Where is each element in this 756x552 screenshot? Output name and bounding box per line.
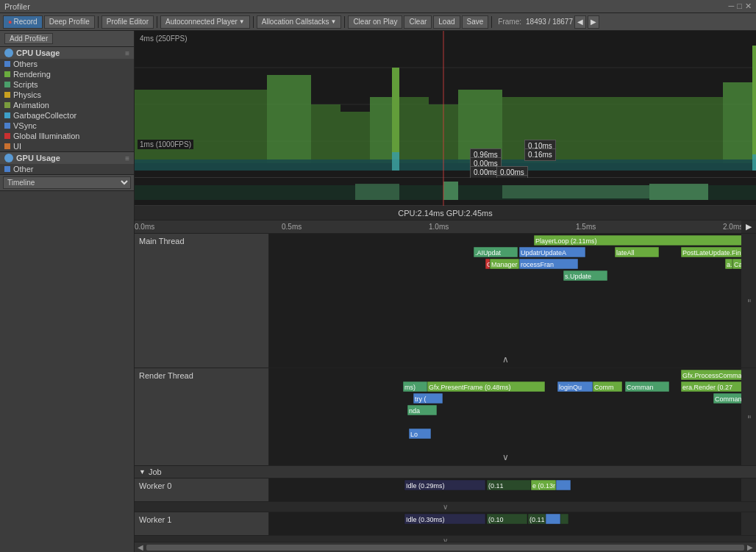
clear-button[interactable]: Clear	[404, 15, 432, 29]
connected-player-button[interactable]: Autoconnected Player ▼	[160, 15, 250, 29]
render-thread-label: Render Thread	[135, 368, 269, 465]
bottom-scrollbar[interactable]: ◀ ▶	[135, 542, 756, 552]
svg-rect-9	[399, 97, 429, 163]
toolbar-sep-2	[157, 16, 157, 28]
svg-text:era.Render (0.27: era.Render (0.27	[682, 384, 732, 391]
cpu-legend: OthersRenderingScriptsPhysicsAnimationGa…	[0, 59, 134, 151]
legend-label: Rendering	[13, 70, 51, 79]
toolbar: ● Record Deep Profile Profile Editor Aut…	[0, 13, 756, 31]
svg-rect-7	[370, 97, 392, 163]
scroll-left-btn[interactable]: ◀	[135, 543, 146, 551]
svg-text:CommandhTextu: CommandhTextu	[715, 395, 741, 403]
cpu-section-title: CPU Usage	[16, 49, 60, 57]
cpu-legend-item: Scripts	[0, 79, 134, 90]
fps-top-label: 4ms (250FPS)	[138, 34, 189, 43]
content-area: 4ms (250FPS) 1ms (1000FPS) 0.10ms 0.16ms…	[135, 31, 756, 552]
save-button[interactable]: Save	[462, 15, 489, 29]
svg-rect-14	[752, 46, 756, 163]
scroll-icon: ≡	[746, 299, 752, 303]
svg-rect-28	[649, 184, 708, 200]
timeline-ruler: 0.0ms 0.5ms 1.0ms 1.5ms 2.0ms ▶	[135, 221, 756, 234]
ruler-tick-0: 0.0ms	[135, 223, 154, 231]
svg-text:nda: nda	[409, 407, 420, 415]
render-thread-scroll[interactable]: ≡	[741, 368, 756, 465]
gpu-section: GPU Usage ≡ Other	[0, 152, 134, 175]
render-thread-content[interactable]: Gfx.ProcessCommands (1.80ms)ms)Gfx.Prese…	[269, 368, 741, 465]
threads-container[interactable]: Main Thread PlayerLoop (2.11ms).AIUpdatU…	[135, 234, 756, 542]
svg-text:ms): ms)	[404, 384, 416, 391]
timing-header: CPU:2.14ms GPU:2.45ms	[135, 206, 756, 221]
cpu-section-header[interactable]: CPU Usage ≡	[0, 47, 134, 59]
svg-rect-21	[752, 154, 756, 171]
main-thread-content[interactable]: PlayerLoop (2.11ms).AIUpdatUpdatrUpdateA…	[269, 234, 741, 368]
scroll-icon-2: ≡	[746, 415, 752, 419]
prev-frame-button[interactable]: ◀	[574, 15, 586, 29]
record-button[interactable]: ● Record	[3, 15, 43, 29]
ruler-tick-1: 0.5ms	[282, 223, 302, 231]
legend-color	[4, 166, 10, 172]
gpu-section-header[interactable]: GPU Usage ≡	[0, 152, 134, 164]
main-thread-collapse[interactable]: ∧	[502, 354, 509, 365]
dropdown-icon-2: ▼	[330, 18, 336, 25]
dropdown-icon: ▼	[239, 18, 245, 25]
minimize-btn[interactable]: ─	[729, 1, 735, 11]
worker-1-svg: Idle (0.30ms)(0.10(0.11(0.05Idle (0.21ms…	[269, 512, 741, 536]
svg-text:Gfx.ProcessCommands (1.80ms): Gfx.ProcessCommands (1.80ms)	[682, 372, 741, 379]
svg-text:Idle (0.29ms): Idle (0.29ms)	[406, 482, 445, 490]
clear-on-play-button[interactable]: Clear on Play	[348, 15, 402, 29]
worker-0-content[interactable]: Idle (0.29ms)(0.11e (0.13r(0.05idle (0.2…	[269, 478, 741, 501]
tooltip-2: 0.16ms	[524, 148, 556, 161]
gpu-legend-item: Other	[0, 164, 134, 174]
ruler-tick-3: 1.5ms	[576, 223, 596, 231]
close-btn[interactable]: ✕	[745, 1, 752, 11]
job-section-header[interactable]: ▼ Job	[135, 466, 756, 478]
svg-text:loginQu: loginQu	[559, 384, 582, 391]
svg-text:PlayerLoop (2.11ms): PlayerLoop (2.11ms)	[535, 237, 597, 245]
svg-rect-27	[502, 185, 649, 198]
profile-editor-button[interactable]: Profile Editor	[101, 15, 154, 29]
legend-label: Scripts	[13, 80, 38, 89]
cpu-legend-item: UI	[0, 141, 134, 151]
load-button[interactable]: Load	[433, 15, 460, 29]
scroll-right-btn[interactable]: ▶	[744, 543, 756, 551]
fps-mid-label: 1ms (1000FPS)	[138, 140, 193, 149]
svg-rect-6	[340, 112, 370, 163]
main-thread-scroll[interactable]: ≡	[741, 234, 756, 368]
gpu-icon	[4, 154, 13, 162]
toolbar-sep-5	[491, 16, 492, 28]
svg-text:Lo: Lo	[410, 431, 418, 438]
toolbar-sep-3	[253, 16, 254, 28]
timeline-select[interactable]: Timeline	[3, 176, 131, 189]
legend-color	[4, 123, 10, 129]
title-bar: Profiler ─ □ ✕	[0, 0, 756, 13]
worker-0-collapse[interactable]: ∨	[135, 502, 756, 512]
worker-1-collapse[interactable]: ∨	[135, 536, 756, 542]
legend-label: GarbageCollector	[13, 111, 76, 120]
svg-rect-13	[723, 82, 752, 163]
svg-text:rocessFran: rocessFran	[521, 261, 554, 268]
cpu-section: CPU Usage ≡ OthersRenderingScriptsPhysic…	[0, 47, 134, 152]
allocation-callstacks-button[interactable]: Allocation Callstacks ▼	[257, 15, 342, 29]
worker-0-label: Worker 0	[135, 478, 269, 501]
add-profiler-button[interactable]: Add Profiler	[4, 33, 53, 44]
ruler-scroll-right[interactable]: ▶	[741, 221, 756, 233]
svg-text:Gfx.PresentFrame (0.48ms): Gfx.PresentFrame (0.48ms)	[429, 384, 511, 391]
cpu-icon	[4, 49, 13, 57]
worker-1-row: Worker 1 Idle (0.30ms)(0.10(0.11(0.05Idl…	[135, 512, 756, 536]
maximize-btn[interactable]: □	[737, 1, 742, 11]
ruler-tick-4: 2.0ms	[723, 223, 743, 231]
legend-label: Global Illumination	[13, 132, 80, 140]
worker-1-content[interactable]: Idle (0.30ms)(0.10(0.11(0.05Idle (0.21ms…	[269, 512, 741, 535]
cpu-chart: 4ms (250FPS) 1ms (1000FPS) 0.10ms 0.16ms…	[135, 31, 756, 178]
timing-text: CPU:2.14ms GPU:2.45ms	[398, 209, 492, 218]
legend-label: UI	[13, 142, 21, 151]
next-frame-button[interactable]: ▶	[588, 15, 599, 29]
render-thread-svg: Gfx.ProcessCommands (1.80ms)ms)Gfx.Prese…	[269, 368, 741, 464]
worker-1-scroll	[741, 512, 756, 535]
scroll-thumb[interactable]	[146, 545, 744, 551]
svg-text:Manager: Manager	[491, 261, 518, 268]
deep-profile-button[interactable]: Deep Profile	[44, 15, 95, 29]
svg-text:s.Update: s.Update	[565, 273, 591, 280]
cpu-chart-svg	[135, 31, 756, 178]
render-thread-collapse[interactable]: ∨	[502, 452, 509, 462]
